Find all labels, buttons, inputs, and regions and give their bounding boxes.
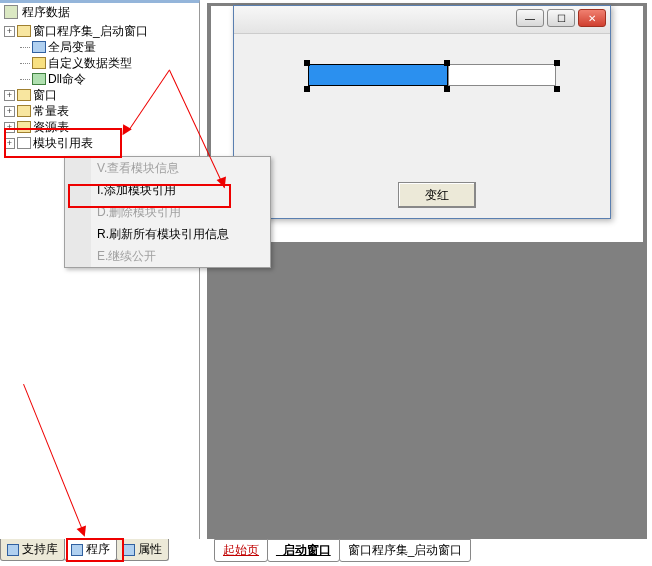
selection-handle[interactable]: [304, 86, 310, 92]
type-icon: [32, 57, 46, 69]
tree-node-windows[interactable]: + 窗口: [0, 87, 199, 103]
tab-startup-window[interactable]: _启动窗口: [267, 539, 340, 562]
selection-handle[interactable]: [304, 60, 310, 66]
editbox-selected[interactable]: [308, 64, 448, 86]
expand-icon[interactable]: +: [4, 106, 15, 117]
form-client-area[interactable]: 变红: [240, 36, 604, 212]
tab-window-assembly[interactable]: 窗口程序集_启动窗口: [339, 539, 472, 562]
selection-handle[interactable]: [554, 60, 560, 66]
close-button[interactable]: ✕: [578, 9, 606, 27]
tab-icon: [123, 544, 135, 556]
tree-node-resources[interactable]: + 资源表: [0, 119, 199, 135]
selection-handle[interactable]: [444, 86, 450, 92]
folder-icon: [17, 121, 31, 133]
tree-header-label: 程序数据: [22, 4, 70, 21]
expand-icon[interactable]: +: [4, 26, 15, 37]
folder-icon: [17, 89, 31, 101]
tree-node-custom-types[interactable]: 自定义数据类型: [0, 55, 199, 71]
tree-node-module-refs[interactable]: + 模块引用表: [0, 135, 199, 151]
tree-header-icon: [4, 5, 18, 19]
var-icon: [32, 41, 46, 53]
editbox-plain[interactable]: [448, 64, 556, 86]
expand-icon[interactable]: +: [4, 90, 15, 101]
tree-node-global-vars[interactable]: 全局变量: [0, 39, 199, 55]
form-titlebar[interactable]: — ☐ ✕: [234, 6, 610, 34]
tab-program[interactable]: 程序: [64, 539, 117, 561]
left-tree-panel: 程序数据 + 窗口程序集_启动窗口 全局变量 自定义数据类型 Dll命令 + 窗…: [0, 0, 200, 539]
module-icon: [17, 137, 31, 149]
form-designer-window[interactable]: — ☐ ✕ 变红: [233, 5, 611, 219]
tab-icon: [71, 544, 83, 556]
tree-node-window-assembly[interactable]: + 窗口程序集_启动窗口: [0, 23, 199, 39]
menu-add-module-ref[interactable]: I.添加模块引用: [65, 179, 270, 201]
window-buttons: — ☐ ✕: [516, 9, 606, 27]
right-bottom-tabs: 起始页 _启动窗口 窗口程序集_启动窗口: [214, 540, 470, 562]
tab-start-page[interactable]: 起始页: [214, 539, 268, 562]
maximize-button[interactable]: ☐: [547, 9, 575, 27]
selection-handle[interactable]: [554, 86, 560, 92]
expand-icon[interactable]: +: [4, 122, 15, 133]
menu-view-module-info: V.查看模块信息: [65, 157, 270, 179]
expand-icon[interactable]: +: [4, 138, 15, 149]
form-button-label: 变红: [425, 187, 449, 204]
form-button-change-red[interactable]: 变红: [398, 182, 476, 208]
menu-refresh-module-refs[interactable]: R.刷新所有模块引用信息: [65, 223, 270, 245]
folder-icon: [17, 25, 31, 37]
tab-icon: [7, 544, 19, 556]
dll-icon: [32, 73, 46, 85]
tree-node-dll[interactable]: Dll命令: [0, 71, 199, 87]
menu-delete-module-ref: D.删除模块引用: [65, 201, 270, 223]
tab-support-lib[interactable]: 支持库: [0, 539, 65, 561]
tab-properties[interactable]: 属性: [116, 539, 169, 561]
context-menu: V.查看模块信息 I.添加模块引用 D.删除模块引用 R.刷新所有模块引用信息 …: [64, 156, 271, 268]
menu-continue-public: E.继续公开: [65, 245, 270, 267]
tree-body: + 窗口程序集_启动窗口 全局变量 自定义数据类型 Dll命令 + 窗口 +: [0, 21, 199, 153]
tree-header: 程序数据: [0, 3, 199, 21]
left-bottom-tabs: 支持库 程序 属性: [0, 539, 168, 561]
selection-handle[interactable]: [444, 60, 450, 66]
tree-node-constants[interactable]: + 常量表: [0, 103, 199, 119]
right-area: — ☐ ✕ 变红: [201, 0, 652, 566]
minimize-button[interactable]: —: [516, 9, 544, 27]
folder-icon: [17, 105, 31, 117]
